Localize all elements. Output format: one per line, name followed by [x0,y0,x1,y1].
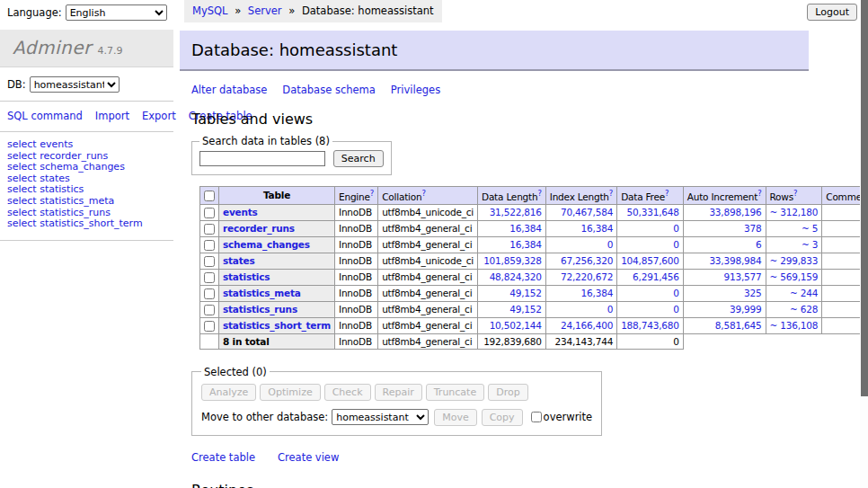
row-checkbox[interactable] [204,272,215,283]
scrollbar-thumb[interactable] [861,0,868,396]
column-help-icon[interactable]: ? [609,189,613,198]
language-select[interactable]: English [66,4,167,21]
search-button[interactable]: Search [333,150,384,167]
index_length-link[interactable]: 67,256,320 [561,255,613,266]
index_length-link[interactable]: 16,384 [581,223,614,234]
auto_increment-link[interactable]: 8,581,645 [715,320,762,331]
drop-button[interactable]: Drop [488,384,527,401]
table-name-link[interactable]: events [223,207,258,217]
logout-button[interactable]: Logout [807,4,857,21]
data_length-link[interactable]: 16,384 [509,239,542,250]
repair-button[interactable]: Repair [375,384,422,401]
row-checkbox[interactable] [204,224,215,235]
data_free-link[interactable]: 0 [673,304,678,315]
table-row: statesInnoDButf8mb4_unicode_ci101,859,32… [200,253,868,269]
optimize-button[interactable]: Optimize [260,384,320,401]
column-help-icon[interactable]: ? [537,189,541,198]
check-button[interactable]: Check [324,384,371,401]
auto_increment-link[interactable]: 378 [744,223,761,234]
table-name-link[interactable]: states [223,255,255,266]
table-name-link[interactable]: statistics_meta [223,288,301,298]
index_length-link[interactable]: 16,384 [581,288,614,298]
analyze-button[interactable]: Analyze [201,384,256,401]
db-select[interactable]: homeassistant [30,76,120,93]
sidebar-action-link[interactable]: Export [142,110,176,122]
column-help-icon[interactable]: ? [793,189,797,198]
sidebar-select-link[interactable]: select statistics_meta [7,196,166,208]
overwrite-label[interactable]: overwrite [544,411,593,423]
data_free-link[interactable]: 6,291,456 [633,271,679,282]
breadcrumb-link-mysql[interactable]: MySQL [192,4,228,17]
adminer-logo[interactable]: Adminer [13,37,92,58]
database-link[interactable]: Privileges [391,84,440,96]
data_free-link[interactable]: 188,743,680 [621,320,679,331]
column-help-icon[interactable]: ? [665,189,669,198]
table-name-link[interactable]: schema_changes [223,239,310,250]
index_length-link[interactable]: 72,220,672 [561,271,613,282]
auto_increment-link[interactable]: 6 [756,239,761,250]
database-link[interactable]: Alter database [191,84,267,96]
data_length-link[interactable]: 10,502,144 [490,320,542,331]
create-view-link[interactable]: Create view [278,451,339,464]
move-button[interactable]: Move [434,409,477,426]
sidebar-select-link[interactable]: select schema_changes [7,162,166,173]
auto_increment-link[interactable]: 913,577 [723,271,761,282]
auto_increment-link[interactable]: 325 [744,288,761,298]
data_length-link[interactable]: 49,152 [509,288,542,298]
auto_increment-link[interactable]: 39,999 [730,304,762,315]
column-help-icon[interactable]: ? [757,189,761,198]
data_length-link[interactable]: 101,859,328 [483,255,542,266]
rows-link[interactable]: ~ 569,159 [770,271,819,282]
truncate-button[interactable]: Truncate [426,384,484,401]
cell-index_length: 16,384 [545,220,616,236]
breadcrumb-link-server[interactable]: Server [248,4,282,17]
rows-link[interactable]: ~ 136,108 [770,320,819,331]
row-checkbox[interactable] [204,288,215,299]
copy-button[interactable]: Copy [482,409,523,426]
move-db-select[interactable]: homeassistant [332,409,429,425]
database-link[interactable]: Database schema [282,84,375,96]
data_length-link[interactable]: 16,384 [509,223,542,234]
row-checkbox[interactable] [204,240,215,251]
sidebar-action-link[interactable]: SQL command [7,110,83,122]
data_length-link[interactable]: 49,152 [509,304,542,315]
row-checkbox[interactable] [204,321,215,332]
overwrite-checkbox[interactable] [531,412,542,422]
rows-link[interactable]: ~ 312,180 [770,207,819,217]
data_free-link[interactable]: 0 [673,288,678,298]
vertical-scrollbar[interactable] [860,0,868,488]
rows-link[interactable]: ~ 3 [802,239,818,250]
data_free-link[interactable]: 0 [673,239,678,250]
table-name-link[interactable]: recorder_runs [223,223,295,234]
sidebar-action-link[interactable]: Import [95,110,129,122]
data_length-link[interactable]: 31,522,816 [490,207,542,217]
rows-link[interactable]: ~ 244 [790,288,818,298]
table-name-link[interactable]: statistics_runs [223,304,297,315]
rows-link[interactable]: ~ 5 [802,223,818,234]
create-table-link[interactable]: Create table [191,451,255,464]
data_free-link[interactable]: 0 [673,223,678,234]
sidebar-select-link[interactable]: select statistics_short_term [7,218,166,230]
table-name-link[interactable]: statistics [223,271,270,282]
column-help-icon[interactable]: ? [421,189,425,198]
auto_increment-link[interactable]: 33,398,984 [709,255,761,266]
select-all-checkbox[interactable] [204,191,215,201]
search-input[interactable] [199,151,325,166]
index_length-link[interactable]: 70,467,584 [561,207,613,217]
row-checkbox[interactable] [204,208,215,218]
data_length-link[interactable]: 48,824,320 [490,271,542,282]
column-help-icon[interactable]: ? [370,189,374,198]
row-checkbox[interactable] [204,256,215,267]
index_length-link[interactable]: 0 [607,239,613,250]
index_length-link[interactable]: 24,166,400 [561,320,613,331]
sidebar-select-link[interactable]: select events [7,139,166,151]
adminer-version[interactable]: 4.7.9 [98,45,123,57]
auto_increment-link[interactable]: 33,898,196 [709,207,761,217]
rows-link[interactable]: ~ 628 [790,304,818,315]
rows-link[interactable]: ~ 299,833 [770,255,819,266]
row-checkbox[interactable] [204,305,215,315]
index_length-link[interactable]: 0 [607,304,613,315]
data_free-link[interactable]: 104,857,600 [621,255,679,266]
data_free-link[interactable]: 50,331,648 [627,207,679,217]
table-name-link[interactable]: statistics_short_term [223,320,331,331]
